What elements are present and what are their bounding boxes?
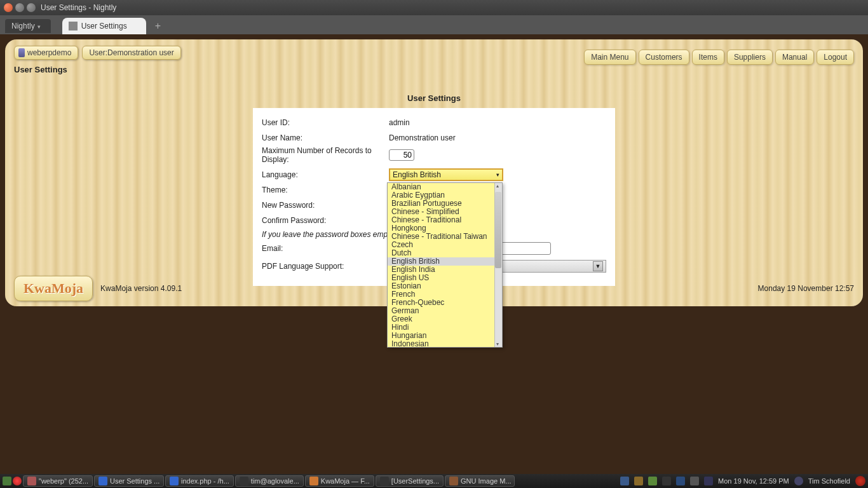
confirm-password-label: Confirm Password: <box>262 216 389 225</box>
chevron-down-icon: ▼ <box>593 261 603 271</box>
language-option[interactable]: Chinese - Traditional Hongkong <box>388 216 502 233</box>
language-select[interactable]: English British ▾ <box>389 168 503 181</box>
page-title: User Settings <box>14 65 181 74</box>
volume-icon[interactable] <box>690 477 699 485</box>
user-name: Demonstration user <box>107 48 174 57</box>
close-icon[interactable] <box>4 3 13 12</box>
max-records-label: Maximum Number of Records to Display: <box>262 146 389 164</box>
browser-tab-strip: Nightly User Settings + <box>0 15 868 34</box>
tray-icon[interactable] <box>662 477 671 485</box>
taskbar-item[interactable]: index.php - /h... <box>165 475 234 487</box>
taskbar-item[interactable]: "weberp" (252... <box>23 475 93 487</box>
app-icon <box>27 477 36 485</box>
chrome-icon[interactable] <box>13 477 22 485</box>
power-icon[interactable] <box>855 476 865 486</box>
taskbar-item-label: tim@aglovale... <box>251 477 299 485</box>
taskbar-item[interactable]: GNU Image M... <box>445 475 515 487</box>
email-label: Email: <box>262 244 389 253</box>
user-name-value: Demonstration user <box>389 133 606 142</box>
language-dropdown-list: AlbanianArabic EygptianBrazilian Portugu… <box>387 182 503 348</box>
taskbar: "weberp" (252...User Settings ...index.p… <box>0 474 868 488</box>
company-icon <box>18 48 25 57</box>
scrollbar-thumb[interactable] <box>495 192 501 268</box>
taskbar-clock[interactable]: Mon 19 Nov, 12:59 PM <box>718 477 789 485</box>
taskbar-user[interactable]: Tim Schofield <box>808 477 850 485</box>
user-name-label: User Name: <box>262 133 389 142</box>
taskbar-item[interactable]: tim@aglovale... <box>235 475 304 487</box>
tab-label: User Settings <box>81 22 127 30</box>
theme-label: Theme: <box>262 186 389 194</box>
user-id-label: User ID: <box>262 118 389 127</box>
network-icon[interactable] <box>676 477 685 485</box>
window-controls <box>4 3 36 12</box>
chevron-down-icon: ▾ <box>496 172 499 178</box>
datetime-text: Monday 19 November 12:57 <box>758 284 854 293</box>
nav-items[interactable]: Items <box>692 50 724 65</box>
tray-icon[interactable] <box>648 477 657 485</box>
nav-manual[interactable]: Manual <box>775 50 814 65</box>
version-text: KwaMoja version 4.09.1 <box>100 284 182 293</box>
max-records-input[interactable] <box>389 149 414 161</box>
user-badge[interactable]: User:Demonstration user <box>82 46 180 60</box>
app-header: weberpdemo User:Demonstration user User … <box>14 46 854 74</box>
mail-icon[interactable] <box>704 477 713 485</box>
taskbar-item[interactable]: User Settings ... <box>94 475 164 487</box>
nav-customers[interactable]: Customers <box>639 50 689 65</box>
scrollbar[interactable] <box>494 183 502 347</box>
taskbar-item[interactable]: [UserSettings... <box>376 475 444 487</box>
app-icon <box>309 477 318 485</box>
language-label: Language: <box>262 170 389 179</box>
app-icon <box>380 477 389 485</box>
nav-buttons: Main Menu Customers Items Suppliers Manu… <box>584 50 854 65</box>
user-id-value: admin <box>389 118 606 127</box>
language-option[interactable]: Indonesian <box>388 340 502 348</box>
user-prefix: User: <box>89 48 107 57</box>
browser-tab-active[interactable]: User Settings <box>62 18 146 34</box>
taskbar-item-label: KwaMoja — F... <box>321 477 370 485</box>
app-icon <box>98 477 107 485</box>
new-tab-button[interactable]: + <box>155 20 161 32</box>
nav-logout[interactable]: Logout <box>817 50 854 65</box>
taskbar-item-label: index.php - /h... <box>181 477 229 485</box>
user-icon[interactable] <box>794 477 803 485</box>
nav-main-menu[interactable]: Main Menu <box>584 50 635 65</box>
nav-suppliers[interactable]: Suppliers <box>727 50 773 65</box>
company-badge[interactable]: weberpdemo <box>14 46 78 60</box>
logo-box[interactable]: KwaMoja <box>14 276 93 301</box>
nightly-menu-button[interactable]: Nightly <box>5 19 51 33</box>
taskbar-item[interactable]: KwaMoja — F... <box>305 475 374 487</box>
apps-icon[interactable] <box>3 477 11 485</box>
content-area: weberpdemo User:Demonstration user User … <box>0 34 868 474</box>
tray-icon[interactable] <box>634 477 643 485</box>
app-icon <box>170 477 179 485</box>
taskbar-item-label: User Settings ... <box>110 477 159 485</box>
app-icon <box>240 477 248 485</box>
window-titlebar: User Settings - Nightly <box>0 0 868 15</box>
maximize-icon[interactable] <box>27 3 36 12</box>
app-icon <box>449 477 458 485</box>
tray-icon[interactable] <box>620 477 629 485</box>
taskbar-item-label: GNU Image M... <box>461 477 511 485</box>
taskbar-item-label: [UserSettings... <box>391 477 439 485</box>
language-select-value: English British <box>393 170 441 179</box>
tab-favicon-icon <box>69 22 78 30</box>
page-heading: User Settings <box>14 93 854 103</box>
window-title: User Settings - Nightly <box>41 3 116 12</box>
taskbar-tray: Mon 19 Nov, 12:59 PM Tim Schofield <box>620 476 865 486</box>
company-name: weberpdemo <box>27 48 71 57</box>
new-password-label: New Password: <box>262 201 389 210</box>
taskbar-item-label: "weberp" (252... <box>39 477 88 485</box>
minimize-icon[interactable] <box>15 3 24 12</box>
logo-text: KwaMoja <box>24 280 83 297</box>
pdf-label: PDF Language Support: <box>262 262 388 271</box>
